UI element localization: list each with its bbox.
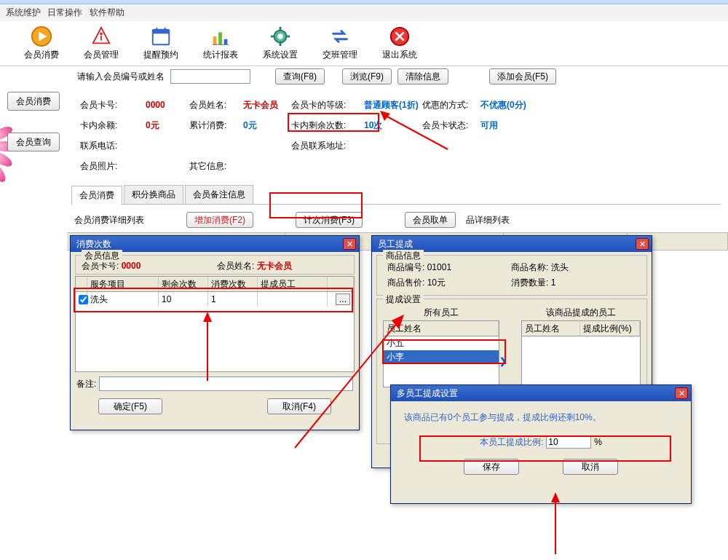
svg-point-3	[100, 32, 103, 35]
dlg1-group-title: 会员信息	[82, 250, 122, 262]
svg-marker-2	[93, 28, 110, 44]
tool-remind[interactable]: 提醒预约	[141, 25, 181, 61]
dlg1-th-consume: 消费次数	[208, 277, 258, 291]
dlg2-assigned-label: 该商品提成的员工	[521, 307, 641, 319]
dlg1-note-input[interactable]	[99, 376, 353, 391]
remain-value: 10次	[364, 115, 382, 135]
tool-member-manage[interactable]: 会员管理	[82, 25, 121, 61]
tool-report-label: 统计报表	[203, 49, 238, 61]
dlg3-close-icon[interactable]: ✕	[675, 387, 688, 399]
addr-label: 会员联系地址:	[291, 135, 371, 156]
member-order-button[interactable]: 会员取单	[405, 212, 456, 228]
add-member-button[interactable]: 添加会员(F5)	[489, 68, 556, 84]
dialog-consume-times: 消费次数 ✕ 会员信息 会员卡号: 0000 会员姓名: 无卡会员 服务项目 剩…	[70, 235, 360, 430]
detail-actions: 会员消费详细列表 增加消费(F2) 计次消费(F3) 会员取单 品详细列表	[67, 205, 728, 232]
tab-bar: 会员消费 积分换商品 会员备注信息	[71, 185, 721, 205]
toolbar: 会员消费会员管理提醒预约统计报表系统设置交班管理退出系统	[0, 21, 728, 66]
dlg2-close-icon[interactable]: ✕	[636, 238, 649, 250]
svg-point-13	[277, 33, 283, 39]
dlg2-g1-title: 商品信息	[383, 250, 424, 262]
dlg3-ratio-input[interactable]	[546, 435, 591, 449]
tool-member-consume[interactable]: 会员消费	[22, 25, 61, 61]
dlg3-save-button[interactable]: 保存	[464, 459, 519, 475]
balance-value: 0元	[146, 115, 159, 135]
tool-member-manage-label: 会员管理	[84, 49, 119, 61]
dlg1-row-ellipsis-button[interactable]: ...	[336, 293, 350, 305]
count-consume-button[interactable]: 计次消费(F3)	[296, 212, 363, 228]
tool-shift-label: 交班管理	[323, 49, 357, 61]
tab-points[interactable]: 积分换商品	[124, 185, 183, 204]
tool-report[interactable]: 统计报表	[201, 25, 240, 61]
level-label: 会员卡的等级:	[291, 95, 364, 115]
level-value: 普通顾客(1折)	[364, 95, 419, 115]
dlg1-close-icon[interactable]: ✕	[343, 238, 356, 250]
search-input[interactable]	[170, 69, 250, 84]
tool-exit-label: 退出系统	[382, 49, 417, 61]
left-sidebar: 会员消费 会员查询	[0, 63, 67, 151]
svg-rect-4	[100, 36, 102, 41]
tool-settings-label: 系统设置	[263, 49, 298, 61]
browse-button[interactable]: 浏览(F9)	[342, 68, 392, 84]
dlg1-th-service: 服务项目	[87, 277, 159, 291]
dlg1-row-consume: 1	[208, 292, 258, 307]
dialog-multi-commission: 多员工提成设置 ✕ 该商品已有0个员工参与提成，提成比例还剩10%。 本员工提成…	[390, 384, 692, 504]
tab-notes[interactable]: 会员备注信息	[185, 185, 253, 204]
menu-system[interactable]: 系统维护	[6, 7, 41, 17]
tool-settings[interactable]: 系统设置	[261, 25, 300, 61]
query-button[interactable]: 查询(F8)	[275, 68, 325, 84]
tool-remind-label: 提醒预约	[143, 49, 178, 61]
dlg2-price-label: 商品售价:	[387, 277, 424, 288]
other-label: 其它信息:	[189, 156, 243, 176]
dlg2-price-value: 10元	[427, 277, 446, 288]
photo-label: 会员照片:	[80, 156, 146, 176]
clear-button[interactable]: 清除信息	[397, 68, 448, 84]
phone-label: 联系电话:	[80, 135, 146, 156]
dlg1-table-row[interactable]: 洗头 10 1 ...	[76, 292, 354, 307]
svg-rect-10	[218, 32, 222, 44]
status-value: 可用	[480, 115, 498, 135]
tool-exit[interactable]: 退出系统	[380, 25, 419, 61]
tab-consume[interactable]: 会员消费	[71, 186, 122, 205]
dlg3-ratio-label: 本员工提成比例:	[480, 436, 543, 449]
dlg1-name-label: 会员姓名:	[217, 261, 254, 271]
dlg2-name-value: 洗头	[551, 262, 569, 272]
tool-member-consume-label: 会员消费	[24, 49, 59, 61]
sidebar-consume-button[interactable]: 会员消费	[7, 92, 60, 111]
dlg3-ratio-row: 本员工提成比例: %	[391, 428, 691, 459]
dlg1-title: 消费次数	[76, 238, 111, 251]
add-consume-button[interactable]: 增加消费(F2)	[186, 212, 253, 228]
menu-help[interactable]: 软件帮助	[90, 7, 124, 17]
dlg1-note-row: 备注:	[76, 376, 353, 391]
dlg2-all-staff-label: 所有员工	[383, 307, 499, 319]
dlg2-th3: 提成比例(%)	[580, 321, 640, 336]
dlg3-cancel-button[interactable]: 取消	[563, 459, 618, 475]
sidebar-query-button[interactable]: 会员查询	[7, 133, 60, 151]
dlg2-staff-row-selected[interactable]: 小李	[384, 350, 499, 364]
dlg3-pct-label: %	[594, 437, 602, 447]
tool-shift[interactable]: 交班管理	[320, 25, 360, 61]
dlg3-titlebar[interactable]: 多员工提成设置 ✕	[391, 385, 691, 401]
remain-label: 卡内剩余次数:	[291, 115, 364, 135]
dlg2-code-value: 01001	[427, 262, 451, 272]
dlg1-table: 服务项目 剩余次数 消费次数 提成员工 洗头 10 1 ...	[75, 276, 355, 372]
discount-label: 优惠的方式:	[422, 95, 480, 115]
dlg3-buttons: 保存 取消	[391, 459, 691, 475]
svg-rect-6	[153, 30, 170, 34]
menu-bar: 系统维护 日常操作 软件帮助	[0, 4, 728, 21]
dlg2-title: 员工提成	[378, 238, 413, 251]
goods-detail-label: 品详细列表	[466, 214, 510, 226]
dlg3-title: 多员工提成设置	[397, 387, 458, 400]
dlg1-card-label: 会员卡号:	[82, 261, 119, 271]
dlg2-staff-row[interactable]: 小五	[384, 336, 499, 350]
total-label: 累计消费:	[189, 115, 243, 135]
dlg1-cancel-button[interactable]: 取消(F4)	[267, 398, 331, 414]
dlg2-th1: 员工姓名	[384, 321, 499, 336]
dlg2-code-label: 商品编号:	[387, 262, 424, 272]
menu-daily[interactable]: 日常操作	[47, 7, 82, 17]
dlg1-buttons: 确定(F5) 取消(F4)	[71, 395, 359, 417]
dlg1-th-staff: 提成员工	[258, 277, 328, 291]
card-no-value: 0000	[146, 95, 165, 115]
dlg2-move-right-icon[interactable]: ❯	[499, 356, 507, 366]
dlg1-ok-button[interactable]: 确定(F5)	[98, 398, 162, 414]
dlg1-name-value: 无卡会员	[257, 261, 292, 271]
